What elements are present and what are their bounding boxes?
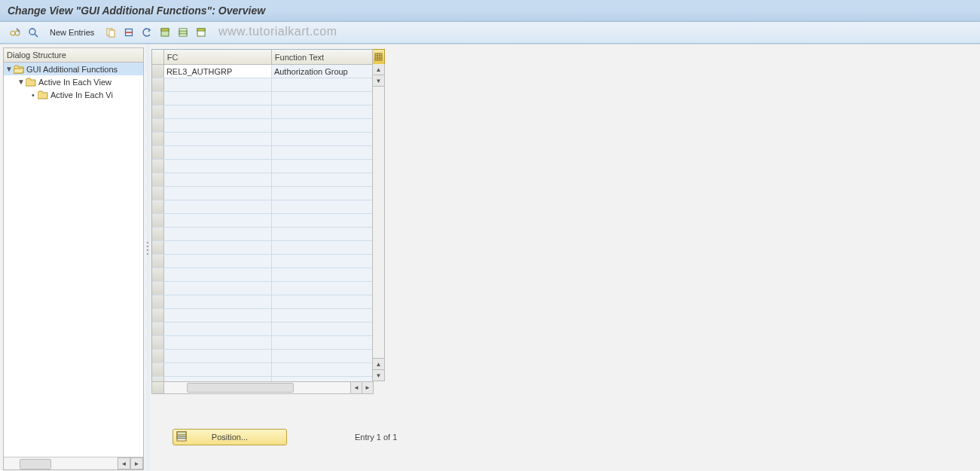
table-vertical-scrollbar[interactable]: ▲ ▼ ▲ ▼ <box>372 64 385 381</box>
cell-function-text[interactable]: Authorization Group <box>272 65 372 78</box>
row-selector[interactable] <box>152 228 164 240</box>
cell-function-text[interactable] <box>272 78 372 91</box>
delete-button[interactable] <box>121 24 137 41</box>
select-all-button[interactable] <box>157 24 173 41</box>
cell-fc[interactable] <box>164 133 272 145</box>
table-scroll-right-button[interactable]: ► <box>362 382 373 393</box>
cell-function-text[interactable] <box>272 336 372 349</box>
row-selector[interactable] <box>152 350 164 362</box>
cell-function-text[interactable] <box>272 187 372 200</box>
row-selector[interactable] <box>152 241 164 254</box>
table-configure-button[interactable] <box>372 49 385 65</box>
cell-fc[interactable] <box>164 119 272 132</box>
scroll-left-button[interactable]: ◄ <box>118 457 130 469</box>
cell-fc[interactable] <box>164 173 272 186</box>
tree-node[interactable]: ▼GUI Additional Functions <box>4 63 143 75</box>
cell-function-text[interactable] <box>272 309 372 322</box>
row-selector[interactable] <box>152 268 164 281</box>
row-selector[interactable] <box>152 78 164 91</box>
table-scroll-left-button[interactable]: ◄ <box>350 382 362 393</box>
scroll-down-step-button[interactable]: ▼ <box>373 75 384 87</box>
cell-fc[interactable] <box>164 187 272 200</box>
row-selector[interactable] <box>152 363 164 376</box>
row-selector[interactable] <box>152 309 164 322</box>
cell-fc[interactable]: REL3_AUTHGRP <box>164 65 272 78</box>
undo-button[interactable] <box>139 24 155 41</box>
column-header-fc[interactable]: FC <box>164 50 272 64</box>
column-header-function-text[interactable]: Function Text <box>272 50 372 64</box>
cell-fc[interactable] <box>164 228 272 240</box>
row-selector[interactable] <box>152 92 164 105</box>
row-selector[interactable] <box>152 255 164 268</box>
scroll-up-step-button[interactable]: ▲ <box>373 358 384 370</box>
cell-fc[interactable] <box>164 323 272 335</box>
table-horizontal-scrollbar[interactable]: ◄ ► <box>151 381 374 394</box>
row-selector[interactable] <box>152 295 164 308</box>
cell-function-text[interactable] <box>272 282 372 295</box>
select-block-button[interactable] <box>175 24 191 41</box>
cell-fc[interactable] <box>164 214 272 227</box>
corner-selector[interactable] <box>152 382 164 393</box>
cell-function-text[interactable] <box>272 200 372 213</box>
row-selector-header[interactable] <box>152 50 164 64</box>
row-selector[interactable] <box>152 106 164 118</box>
cell-fc[interactable] <box>164 295 272 308</box>
cell-function-text[interactable] <box>272 241 372 254</box>
cell-fc[interactable] <box>164 200 272 213</box>
cell-fc[interactable] <box>164 255 272 268</box>
tree-horizontal-scrollbar[interactable]: ◄ ► <box>4 457 143 469</box>
deselect-all-button[interactable] <box>193 24 209 41</box>
cell-function-text[interactable] <box>272 350 372 362</box>
cell-function-text[interactable] <box>272 133 372 145</box>
find-button[interactable] <box>25 24 41 41</box>
cell-function-text[interactable] <box>272 106 372 118</box>
toggle-display-change-button[interactable] <box>7 24 23 41</box>
cell-fc[interactable] <box>164 309 272 322</box>
cell-fc[interactable] <box>164 336 272 349</box>
cell-function-text[interactable] <box>272 228 372 240</box>
row-selector[interactable] <box>152 187 164 200</box>
cell-fc[interactable] <box>164 106 272 118</box>
cell-fc[interactable] <box>164 78 272 91</box>
cell-fc[interactable] <box>164 241 272 254</box>
cell-fc[interactable] <box>164 146 272 159</box>
row-selector[interactable] <box>152 336 164 349</box>
cell-function-text[interactable] <box>272 363 372 376</box>
tree-collapse-icon[interactable]: ▼ <box>17 78 25 86</box>
row-selector[interactable] <box>152 200 164 213</box>
scroll-up-button[interactable]: ▲ <box>373 64 384 75</box>
cell-function-text[interactable] <box>272 173 372 186</box>
row-selector[interactable] <box>152 323 164 335</box>
cell-function-text[interactable] <box>272 160 372 173</box>
cell-fc[interactable] <box>164 92 272 105</box>
cell-fc[interactable] <box>164 282 272 295</box>
cell-function-text[interactable] <box>272 268 372 281</box>
cell-function-text[interactable] <box>272 323 372 335</box>
copy-as-button[interactable] <box>102 24 119 41</box>
scroll-down-button[interactable]: ▼ <box>373 369 384 381</box>
row-selector[interactable] <box>152 282 164 295</box>
row-selector[interactable] <box>152 119 164 132</box>
scroll-right-button[interactable]: ► <box>130 457 143 469</box>
row-selector[interactable] <box>152 65 164 78</box>
new-entries-button[interactable]: New Entries <box>44 25 100 40</box>
row-selector[interactable] <box>152 133 164 145</box>
tree-collapse-icon[interactable]: ▼ <box>5 65 13 73</box>
cell-function-text[interactable] <box>272 255 372 268</box>
cell-function-text[interactable] <box>272 92 372 105</box>
row-selector[interactable] <box>152 173 164 186</box>
row-selector[interactable] <box>152 160 164 173</box>
cell-fc[interactable] <box>164 363 272 376</box>
cell-function-text[interactable] <box>272 146 372 159</box>
row-selector[interactable] <box>152 214 164 227</box>
row-selector[interactable] <box>152 146 164 159</box>
tree-node[interactable]: ▼Active In Each View <box>4 75 143 88</box>
cell-function-text[interactable] <box>272 119 372 132</box>
cell-function-text[interactable] <box>272 214 372 227</box>
cell-fc[interactable] <box>164 160 272 173</box>
position-button[interactable]: Position... <box>172 429 287 445</box>
cell-fc[interactable] <box>164 268 272 281</box>
cell-function-text[interactable] <box>272 295 372 308</box>
tree-node[interactable]: •Active In Each Vi <box>4 88 143 101</box>
cell-fc[interactable] <box>164 350 272 362</box>
